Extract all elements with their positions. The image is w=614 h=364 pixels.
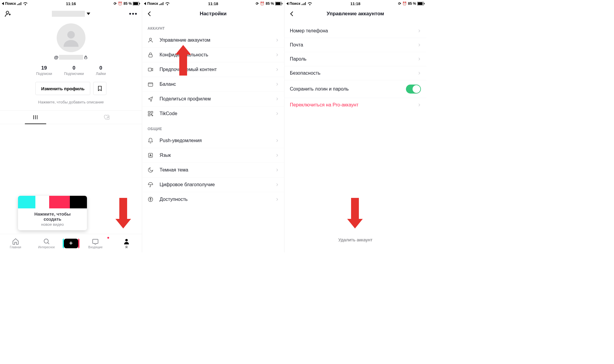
svg-rect-3 [21,2,21,5]
row-push[interactable]: Push-уведомления [142,133,284,148]
battery-pct: 85 % [266,1,274,6]
screen-settings: Поиск 11:18 ⟳⏰85 % Настройки АККАУНТ Упр… [142,0,284,252]
profile-name-dropdown[interactable] [52,11,90,17]
svg-point-25 [150,38,152,40]
row-language[interactable]: AЯзык [142,148,284,163]
qr-icon [148,111,154,117]
svg-rect-18 [159,4,160,5]
row-digital-wellbeing[interactable]: Цифровое благополучие [142,178,284,192]
row-manage-account[interactable]: Управление аккаунтом [142,33,284,48]
section-header-account: АККАУНТ [142,20,284,33]
wifi-icon [23,2,28,5]
settings-list-account: Управление аккаунтом Конфиденциальность … [142,33,284,121]
row-dark-mode[interactable]: Темная тема [142,163,284,178]
profile-icon [123,238,130,245]
tooltip-art [18,196,87,208]
chevron-right-icon [275,139,279,142]
stat-likes[interactable]: 0Лайки [96,65,106,76]
tab-liked[interactable] [71,111,142,124]
alarm-icon: ⏰ [402,1,407,6]
carrier-label: Поиск [147,1,158,6]
edit-profile-button[interactable]: Изменить профиль [35,82,90,95]
more-menu-button[interactable]: ••• [129,10,138,18]
stat-following[interactable]: 19Подписки [36,65,52,76]
svg-rect-13 [107,118,109,119]
row-share-profile[interactable]: Поделиться профилем [142,92,284,106]
status-bar: Поиск 11:18 ⟳⏰85 % [142,0,284,7]
chevron-right-icon [417,29,421,33]
avatar[interactable] [57,23,85,52]
signal-icon [159,2,164,5]
bookmark-button[interactable] [93,82,106,95]
nav-create[interactable]: + [62,239,80,248]
chevron-right-icon [275,68,279,71]
lock-icon [148,52,154,58]
section-header-general: ОБЩИЕ [142,121,284,133]
row-privacy[interactable]: Конфиденциальность [142,48,284,62]
svg-rect-40 [303,4,303,5]
row-content-pref[interactable]: Предпочитаемый контент [142,62,284,77]
bio-hint[interactable]: Нажмите, чтобы добавить описание [0,100,142,104]
chevron-right-icon [275,97,279,101]
back-triangle-icon [286,2,288,5]
svg-rect-33 [151,114,152,115]
chevron-right-icon [417,71,421,75]
bell-icon [148,138,154,144]
language-icon: A [148,152,154,158]
row-switch-pro[interactable]: Переключиться на Pro-аккаунт [285,98,426,112]
svg-rect-16 [93,239,98,243]
plus-icon: + [64,239,78,248]
stat-followers[interactable]: 0Подписчики [64,65,84,76]
svg-rect-1 [18,4,19,5]
alarm-icon: ⏰ [260,1,264,6]
umbrella-icon [148,182,154,188]
row-phone[interactable]: Номер телефона [285,24,426,38]
row-security[interactable]: Безопасность [285,66,426,80]
create-video-tooltip[interactable]: Нажмите, чтобысоздать новое видео [18,196,87,230]
nav-inbox[interactable]: Входящие [80,238,111,249]
nav-home[interactable]: Главная [0,238,31,249]
svg-line-15 [48,243,49,244]
clock: 11:18 [350,1,360,6]
back-triangle-icon [2,2,4,5]
svg-rect-20 [162,3,162,5]
delete-account-link[interactable]: Удалить аккаунт [285,237,426,242]
svg-rect-39 [302,4,302,5]
row-accessibility[interactable]: Доступность [142,192,284,207]
svg-rect-34 [152,115,153,116]
chevron-right-icon [417,43,421,47]
svg-rect-41 [304,3,305,5]
svg-rect-45 [424,3,425,4]
notification-dot-icon [107,237,109,239]
back-triangle-icon [144,2,146,5]
moon-icon [148,167,154,173]
row-balance[interactable]: Баланс [142,77,284,92]
svg-rect-6 [139,3,140,4]
back-button[interactable] [289,10,295,17]
toggle-on-icon[interactable] [406,85,421,94]
settings-header: Настройки [142,7,284,20]
bottom-nav: Главная Интересное + Входящие Я [0,234,142,252]
chevron-down-icon [87,13,90,15]
svg-point-8 [67,31,75,39]
status-bar: Поиск 11:16 ⟳ ⏰ 85 % [0,0,142,7]
row-save-login[interactable]: Сохранить логин и пароль [285,80,426,98]
chevron-right-icon [275,198,279,201]
page-title: Управление аккаунтом [326,11,384,17]
back-button[interactable] [146,10,153,17]
row-email[interactable]: Почта [285,38,426,52]
add-friend-icon[interactable] [4,10,12,18]
wifi-icon [308,2,312,5]
tab-grid[interactable] [0,111,71,124]
svg-text:A: A [150,154,152,157]
screen-profile: Поиск 11:16 ⟳ ⏰ 85 % ••• @ [0,0,142,252]
nav-me[interactable]: Я [111,238,142,249]
svg-rect-24 [282,3,282,4]
nav-discover[interactable]: Интересное [31,238,62,249]
manage-list: Номер телефона Почта Пароль Безопасность… [285,24,426,112]
chevron-right-icon [275,168,279,172]
row-password[interactable]: Пароль [285,52,426,66]
svg-rect-44 [418,2,422,5]
search-icon [43,238,50,245]
row-tikcode[interactable]: TikCode [142,106,284,121]
